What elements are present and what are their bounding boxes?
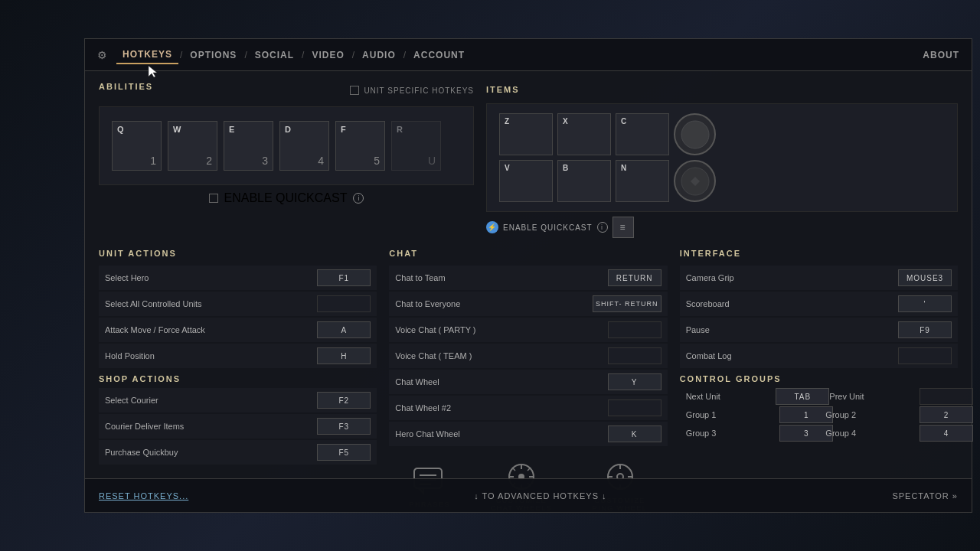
nav-social[interactable]: SOCIAL <box>249 47 300 64</box>
nav-account[interactable]: ACCOUNT <box>407 47 471 64</box>
hotkey-purchase-quickbuy-value[interactable]: F5 <box>317 444 371 461</box>
hotkey-select-courier-value[interactable]: F2 <box>317 392 371 409</box>
advanced-hotkeys-button[interactable]: ↓ TO ADVANCED HOTKEYS ↓ <box>474 491 606 500</box>
item-slot-v[interactable]: V <box>499 160 553 202</box>
hotkey-voice-party: Voice Chat ( PARTY ) <box>389 318 667 342</box>
hotkey-purchase-quickbuy: Purchase Quickbuy F5 <box>99 440 377 465</box>
prev-unit-label: Prev Unit <box>823 389 918 404</box>
group2-value[interactable]: 2 <box>920 406 973 423</box>
hotkey-courier-deliver: Courier Deliver Items F3 <box>99 414 377 439</box>
hotkey-chat-team: Chat to Team RETURN <box>389 266 667 290</box>
quickcast-icon: ⚡ <box>486 221 498 233</box>
group1-label: Group 1 <box>680 407 779 422</box>
hotkey-hold-position-value[interactable]: H <box>317 347 371 364</box>
ability-key-w[interactable]: W 2 <box>168 121 217 171</box>
hotkey-attack-move-value[interactable]: A <box>317 321 371 338</box>
hotkey-hold-position: Hold Position H <box>99 344 377 368</box>
next-unit-label: Next Unit <box>680 389 775 404</box>
hotkey-combat-log: Combat Log <box>680 344 958 368</box>
group3-label: Group 3 <box>680 425 779 441</box>
interface-title: INTERFACE <box>680 249 958 258</box>
control-groups-title: CONTROL GROUPS <box>680 374 958 383</box>
abilities-title: ABILITIES <box>99 82 153 91</box>
abilities-quickcast-info[interactable]: i <box>353 193 364 204</box>
items-settings-button[interactable]: ≡ <box>612 217 634 238</box>
hotkey-chat-team-value[interactable]: RETURN <box>608 269 662 286</box>
items-title: ITEMS <box>486 85 520 94</box>
hotkey-hero-chat-wheel: Hero Chat Wheel K <box>389 422 667 446</box>
unit-actions-title: UNIT ACTIONS <box>99 249 377 258</box>
hotkey-select-all: Select All Controlled Units <box>99 292 377 316</box>
items-quickcast-label: ENABLE QUICKCAST <box>503 223 593 232</box>
group2-label: Group 2 <box>819 407 918 422</box>
ability-key-q[interactable]: Q 1 <box>112 121 162 171</box>
chat-title: CHAT <box>389 249 667 258</box>
hotkey-select-courier: Select Courier F2 <box>99 388 377 412</box>
items-quickcast-info[interactable]: i <box>597 222 608 233</box>
nav-video[interactable]: VIDEO <box>305 47 350 64</box>
nav-bar: ⚙ HOTKEYS / OPTIONS / SOCIAL / VIDEO / A… <box>85 39 972 71</box>
nav-hotkeys[interactable]: HOTKEYS <box>116 46 178 64</box>
spectator-button[interactable]: SPECTATOR » <box>892 491 958 500</box>
hotkey-chat-everyone: Chat to Everyone SHIFT- RETURN <box>389 292 667 316</box>
ability-key-e[interactable]: E 3 <box>224 121 273 171</box>
prev-unit-value[interactable] <box>920 388 973 405</box>
items-quickcast-row: ⚡ ENABLE QUICKCAST i ≡ <box>486 212 958 243</box>
hotkey-attack-move: Attack Move / Force Attack A <box>99 318 377 342</box>
shop-actions-title: SHOP ACTIONS <box>99 374 377 383</box>
hotkey-chat-everyone-value[interactable]: SHIFT- RETURN <box>593 295 662 312</box>
item-slot-z[interactable]: Z <box>499 113 553 155</box>
hotkey-chat-wheel2-value[interactable] <box>608 399 662 416</box>
svg-point-0 <box>681 121 709 148</box>
ability-key-f[interactable]: F 5 <box>335 121 385 171</box>
hotkey-courier-deliver-value[interactable]: F3 <box>317 418 371 435</box>
nav-options[interactable]: OPTIONS <box>184 47 243 64</box>
hotkey-scoreboard: Scoreboard ' <box>680 292 958 316</box>
main-panel: ⚙ HOTKEYS / OPTIONS / SOCIAL / VIDEO / A… <box>84 38 972 513</box>
item-slot-circle1[interactable] <box>674 113 716 155</box>
hotkey-scoreboard-value[interactable]: ' <box>898 295 952 312</box>
group4-value[interactable]: 4 <box>920 425 973 442</box>
unit-specific-checkbox[interactable] <box>350 86 359 95</box>
hotkey-combat-log-value[interactable] <box>898 347 952 364</box>
hotkey-select-all-value[interactable] <box>317 295 371 312</box>
hotkey-voice-party-value[interactable] <box>608 321 662 338</box>
abilities-quickcast-row: ENABLE QUICKCAST i <box>99 191 474 205</box>
hotkey-camera-grip-value[interactable]: MOUSE3 <box>898 269 952 286</box>
hotkey-select-hero-value[interactable]: F1 <box>317 269 371 286</box>
hotkey-chat-wheel2: Chat Wheel #2 <box>389 396 667 420</box>
nav-about[interactable]: ABOUT <box>923 50 959 60</box>
next-unit-value[interactable]: TAB <box>776 388 829 405</box>
ability-key-d[interactable]: D 4 <box>279 121 329 171</box>
item-slot-c[interactable]: C <box>616 113 669 155</box>
item-slot-n[interactable]: N <box>616 160 669 202</box>
hotkey-select-hero: Select Hero F1 <box>99 266 377 290</box>
hotkey-voice-team: Voice Chat ( TEAM ) <box>389 344 667 368</box>
abilities-section: ABILITIES UNIT SPECIFIC HOTKEYS Q 1 W <box>99 82 474 243</box>
hotkey-pause-value[interactable]: F9 <box>898 321 952 338</box>
item-slot-circle2[interactable] <box>674 160 716 202</box>
hotkey-camera-grip: Camera Grip MOUSE3 <box>680 266 958 290</box>
items-section: ITEMS Z X C <box>486 82 958 243</box>
hotkey-chat-wheel: Chat Wheel Y <box>389 370 667 394</box>
unit-specific-label: UNIT SPECIFIC HOTKEYS <box>364 86 474 95</box>
hotkey-hero-chat-wheel-value[interactable]: K <box>608 425 662 442</box>
reset-hotkeys-button[interactable]: RESET HOTKEYS... <box>99 491 188 500</box>
abilities-quickcast-label: ENABLE QUICKCAST <box>224 191 348 205</box>
hotkey-voice-team-value[interactable] <box>608 347 662 364</box>
item-slot-b[interactable]: B <box>557 160 611 202</box>
item-slot-x[interactable]: X <box>557 113 611 155</box>
hotkey-chat-wheel-value[interactable]: Y <box>608 373 662 390</box>
gear-icon[interactable]: ⚙ <box>97 49 107 61</box>
hotkey-pause: Pause F9 <box>680 318 958 342</box>
abilities-quickcast-checkbox[interactable] <box>209 194 218 203</box>
group4-label: Group 4 <box>819 425 918 441</box>
nav-audio[interactable]: AUDIO <box>356 47 402 64</box>
unit-specific-hotkeys: UNIT SPECIFIC HOTKEYS <box>350 86 474 95</box>
ability-key-r[interactable]: R U <box>391 121 441 171</box>
